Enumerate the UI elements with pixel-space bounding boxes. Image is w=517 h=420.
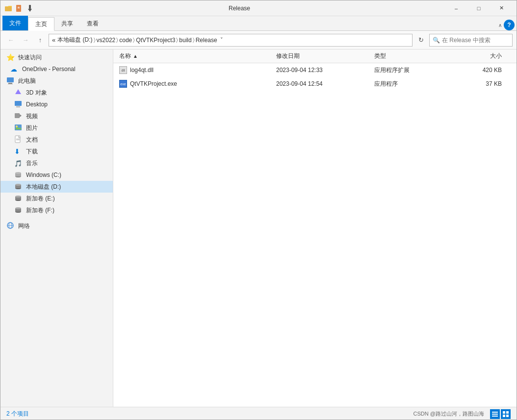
sidebar-item-quickaccess[interactable]: ⭐ 快速访问 [0,51,113,63]
music-icon: 🎵 [14,160,23,167]
sidebar-item-thispc[interactable]: 此电脑 [0,75,113,87]
minimize-button[interactable]: – [445,0,467,16]
sidebar-item-local-d[interactable]: 本地磁盘 (D:) [0,181,113,193]
pictures-icon [14,124,23,133]
path-segment-3[interactable]: QtVTKProject3 [136,37,175,44]
svg-rect-38 [506,411,509,414]
file-row-0[interactable]: dll log4qt.dll 2023-09-04 12:33 应用程序扩展 4… [113,63,517,77]
header-name[interactable]: 名称 ▲ [119,52,276,60]
sidebar-item-windows-c[interactable]: Windows (C:) [0,169,113,181]
file-row-1[interactable]: exe QtVTKProject.exe 2023-09-04 12:54 应用… [113,77,517,91]
svg-rect-40 [506,415,509,417]
svg-marker-8 [15,89,21,94]
tab-home[interactable]: 主页 [28,17,54,31]
path-segment-5[interactable]: Release [196,37,217,44]
folder-icon [4,4,12,12]
addressbar: ← → ↑ « 本地磁盘 (D:) 〉 vs2022 〉 code 〉 QtVT… [0,31,517,49]
address-path[interactable]: « 本地磁盘 (D:) 〉 vs2022 〉 code 〉 QtVTKProje… [49,34,413,47]
path-segment-4[interactable]: build [179,37,191,44]
view-grid-button[interactable] [501,409,511,419]
path-root-icon: « [52,36,55,44]
back-button[interactable]: ← [4,34,17,47]
main-layout: ⭐ 快速访问 ☁ OneDrive - Personal 此电脑 3D 对象 D… [0,49,517,407]
svg-rect-7 [8,84,13,84]
drive-e-icon [14,194,23,203]
path-dropdown-icon[interactable]: ˅ [220,37,223,43]
tab-view[interactable]: 查看 [80,17,105,30]
path-segment-2[interactable]: code [119,37,132,44]
refresh-button[interactable]: ↻ [414,34,427,47]
sidebar-label-quickaccess: 快速访问 [18,53,42,62]
documents-icon [14,135,23,145]
star-icon [15,4,23,12]
sidebar-label-d: 本地磁盘 (D:) [26,183,61,191]
svg-point-30 [15,207,21,209]
search-input[interactable] [442,37,501,44]
statusbar: 2 个项目 CSDN @路过山河，路图山海 [0,407,517,420]
sidebar-item-video[interactable]: 视频 [0,110,113,122]
sidebar-item-3dobjects[interactable]: 3D 对象 [0,87,113,99]
sidebar-label-pictures: 图片 [26,124,38,132]
sidebar-item-desktop[interactable]: Desktop [0,99,113,110]
svg-rect-5 [7,77,14,82]
sidebar-item-downloads[interactable]: ⬇ 下载 [0,146,113,157]
path-segment-0[interactable]: 本地磁盘 (D:) [57,36,92,44]
file-name-0: dll log4qt.dll [119,66,276,74]
search-box[interactable]: 🔍 [429,34,513,47]
sidebar-label-f: 新加卷 (F:) [26,206,54,215]
onedrive-icon: ☁ [10,65,19,73]
file-size-0: 420 KB [453,67,502,74]
svg-point-27 [15,196,21,198]
view-list-button[interactable] [490,409,500,419]
help-button[interactable]: ? [504,20,515,30]
titlebar-icons [4,4,34,12]
item-count: 2 个项目 [6,410,29,418]
sidebar: ⭐ 快速访问 ☁ OneDrive - Personal 此电脑 3D 对象 D… [0,49,113,407]
sidebar-item-f[interactable]: 新加卷 (F:) [0,204,113,216]
sidebar-item-network[interactable]: 网络 [0,220,113,232]
sidebar-item-pictures[interactable]: 图片 [0,122,113,134]
header-size[interactable]: 大小 [453,52,502,60]
svg-rect-34 [492,412,498,413]
titlebar: Release – □ ✕ [0,0,517,16]
search-icon: 🔍 [433,37,440,44]
close-button[interactable]: ✕ [490,0,513,16]
svg-rect-10 [16,106,20,107]
video-icon [14,112,23,121]
svg-rect-9 [15,101,22,106]
sidebar-label-music: 音乐 [26,159,38,168]
svg-point-21 [15,172,21,174]
maximize-button[interactable]: □ [467,0,490,16]
sidebar-item-onedrive[interactable]: ☁ OneDrive - Personal [0,63,113,75]
sidebar-label-onedrive: OneDrive - Personal [22,66,76,73]
desktop-icon [14,100,23,109]
file-size-1: 37 KB [453,80,502,87]
sidebar-item-e[interactable]: 新加卷 (E:) [0,193,113,204]
sort-arrow-name: ▲ [133,53,138,59]
header-type[interactable]: 类型 [374,52,453,60]
sidebar-label-c: Windows (C:) [26,172,61,178]
sidebar-item-music[interactable]: 🎵 音乐 [0,157,113,169]
network-icon [6,222,15,231]
drive-d-icon [14,182,23,192]
tab-file[interactable]: 文件 [2,16,28,30]
svg-rect-18 [16,140,20,140]
svg-rect-39 [503,415,505,417]
sidebar-label-thispc: 此电脑 [18,77,36,85]
ribbon-chevron-icon[interactable]: ∧ [498,23,502,28]
3dobjects-icon [14,88,23,98]
drive-f-icon [14,206,23,215]
path-segment-1[interactable]: vs2022 [97,37,116,44]
svg-marker-12 [20,114,22,117]
file-date-0: 2023-09-04 12:33 [276,67,374,74]
header-date[interactable]: 修改日期 [276,52,374,60]
forward-button[interactable]: → [19,34,32,47]
tab-share[interactable]: 共享 [54,17,80,30]
window-controls: – □ ✕ [445,0,513,16]
sidebar-item-documents[interactable]: 文档 [0,134,113,146]
sidebar-label-downloads: 下载 [26,148,38,156]
drive-c-icon [14,171,23,180]
pin-icon [26,4,34,12]
file-area: 名称 ▲ 修改日期 类型 大小 dll log4qt.dll 2023-09-0… [113,49,517,407]
up-button[interactable]: ↑ [34,34,47,47]
